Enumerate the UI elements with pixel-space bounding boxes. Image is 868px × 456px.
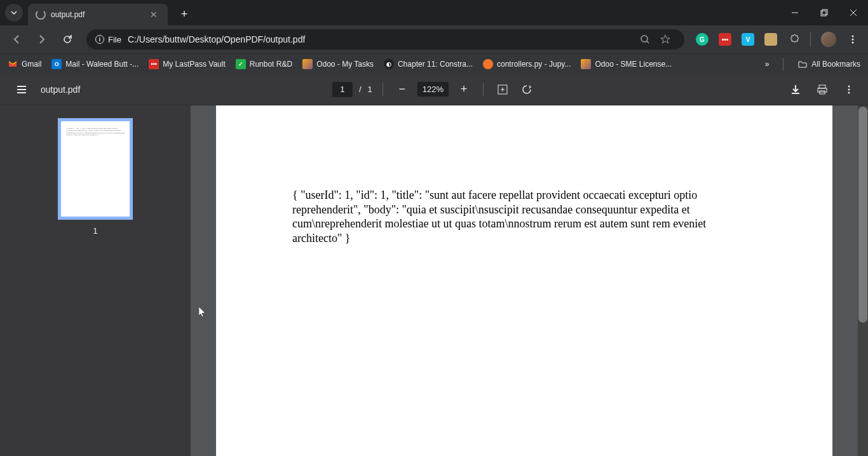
zoom-level[interactable]: 122% xyxy=(417,82,449,97)
svg-rect-0 xyxy=(821,11,826,16)
svg-point-4 xyxy=(852,39,854,41)
pdf-more-button[interactable] xyxy=(840,81,858,98)
bookmark-odoo-tasks[interactable]: Odoo - My Tasks xyxy=(302,59,374,69)
maximize-button[interactable] xyxy=(810,0,839,25)
tab-close-button[interactable]: ✕ xyxy=(147,10,160,20)
print-button[interactable] xyxy=(813,81,831,98)
svg-point-5 xyxy=(852,42,854,44)
pdf-page-text: { "userId": 1, "id": 1, "title": "sunt a… xyxy=(292,188,756,245)
print-icon xyxy=(817,84,828,95)
file-label: File xyxy=(108,35,121,44)
bookmarks-bar: Gmail O Mail - Waleed Butt -... ••• My L… xyxy=(0,53,868,74)
page-thumbnail[interactable]: { "userId": 1, "id": 1, "title": "sunt a… xyxy=(58,118,133,220)
runbot-icon: ✓ xyxy=(236,59,246,69)
bookmark-gmail[interactable]: Gmail xyxy=(8,59,41,69)
bookmark-label: Odoo - SME License... xyxy=(595,60,672,69)
extension-lastpass[interactable]: ••• xyxy=(716,30,734,48)
file-indicator: i File xyxy=(95,35,121,44)
svg-point-11 xyxy=(848,88,850,90)
separator xyxy=(783,58,783,70)
bookmark-odoo-sme[interactable]: Odoo - SME License... xyxy=(581,59,672,69)
page-total: 1 xyxy=(368,84,372,94)
folder-icon xyxy=(797,59,808,69)
lastpass-icon: ••• xyxy=(719,33,731,46)
arrow-left-icon xyxy=(11,34,22,45)
download-button[interactable] xyxy=(787,81,804,98)
bookmark-label: Gmail xyxy=(22,60,41,69)
close-icon xyxy=(850,9,857,17)
info-icon: i xyxy=(95,35,104,44)
overflow-label: » xyxy=(765,60,770,69)
reload-icon xyxy=(62,34,73,45)
pdf-filename: output.pdf xyxy=(41,84,80,95)
all-bookmarks-button[interactable]: All Bookmarks xyxy=(797,59,860,69)
svg-point-3 xyxy=(852,36,854,37)
pdf-toolbar: output.pdf / 1 − 122% + xyxy=(0,74,868,105)
download-icon xyxy=(790,84,801,95)
close-window-button[interactable] xyxy=(839,0,868,25)
svg-point-12 xyxy=(848,91,850,93)
back-button[interactable] xyxy=(5,28,28,51)
rotate-button[interactable] xyxy=(518,81,536,98)
thumbnail-preview-text: { "userId": 1, "id": 1, "title": "sunt a… xyxy=(66,128,125,136)
bookmark-runbot[interactable]: ✓ Runbot R&D xyxy=(236,59,292,69)
thumbnail-page-label: 1 xyxy=(93,226,97,236)
bookmark-lastpass[interactable]: ••• My LastPass Vault xyxy=(149,59,225,69)
tab-title: output.pdf xyxy=(51,10,147,19)
bookmark-star-button[interactable] xyxy=(655,34,675,45)
tab-search-button[interactable] xyxy=(5,4,23,22)
grammarly-icon: G xyxy=(696,33,709,46)
pdf-toolbar-center: / 1 − 122% + xyxy=(332,81,536,98)
extension-vimeo[interactable]: V xyxy=(739,30,757,48)
hamburger-icon xyxy=(15,83,28,96)
bookmark-label: controllers.py - Jupy... xyxy=(497,60,571,69)
extension-icon xyxy=(764,33,777,46)
doc-icon: ◐ xyxy=(384,59,394,69)
pdf-content-area: { "userId": 1, "id": 1, "title": "sunt a… xyxy=(0,105,868,456)
bookmark-chapter11[interactable]: ◐ Chapter 11: Constra... xyxy=(384,59,473,69)
odoo-icon xyxy=(302,59,313,69)
scrollbar-thumb[interactable] xyxy=(858,107,867,323)
new-tab-button[interactable]: + xyxy=(175,5,193,23)
chrome-menu-button[interactable] xyxy=(844,30,862,48)
extension-other[interactable] xyxy=(762,30,780,48)
kebab-icon xyxy=(844,84,854,95)
puzzle-icon xyxy=(788,34,799,45)
fit-page-button[interactable] xyxy=(494,81,512,98)
svg-rect-7 xyxy=(819,85,825,88)
chevron-down-icon xyxy=(10,9,18,17)
zoom-indicator-button[interactable] xyxy=(635,34,655,44)
separator xyxy=(483,83,484,96)
bookmark-label: Odoo - My Tasks xyxy=(316,60,374,69)
svg-rect-1 xyxy=(822,10,827,15)
extension-grammarly[interactable]: G xyxy=(693,30,711,48)
gmail-icon xyxy=(8,59,18,69)
zoom-out-button[interactable]: − xyxy=(393,81,411,98)
minimize-button[interactable] xyxy=(780,0,810,25)
bookmarks-overflow-button[interactable]: » xyxy=(765,60,770,69)
all-bookmarks-label: All Bookmarks xyxy=(811,60,860,69)
vimeo-icon: V xyxy=(742,33,754,46)
magnifier-icon xyxy=(640,34,650,44)
minimize-icon xyxy=(791,9,799,17)
address-bar[interactable]: i File C:/Users/buttw/Desktop/OpenPDF/ou… xyxy=(86,29,684,50)
url-text: C:/Users/buttw/Desktop/OpenPDF/output.pd… xyxy=(128,34,635,44)
vertical-scrollbar[interactable] xyxy=(858,105,868,456)
bookmark-outlook[interactable]: O Mail - Waleed Butt -... xyxy=(51,59,139,69)
browser-titlebar: output.pdf ✕ + xyxy=(0,0,868,25)
extensions-button[interactable] xyxy=(785,30,803,48)
rotate-icon xyxy=(521,84,532,95)
zoom-in-button[interactable]: + xyxy=(455,81,473,98)
pdf-sidebar-toggle-button[interactable] xyxy=(10,78,33,101)
bookmark-jupyter[interactable]: controllers.py - Jupy... xyxy=(483,59,571,69)
reload-button[interactable] xyxy=(56,28,79,51)
forward-button[interactable] xyxy=(31,28,53,51)
pdf-page-viewport[interactable]: { "userId": 1, "id": 1, "title": "sunt a… xyxy=(191,105,858,456)
pdf-toolbar-right xyxy=(787,81,858,98)
fit-icon xyxy=(497,84,508,95)
page-number-input[interactable] xyxy=(332,82,353,97)
pdf-page: { "userId": 1, "id": 1, "title": "sunt a… xyxy=(216,105,832,456)
browser-tab[interactable]: output.pdf ✕ xyxy=(28,4,168,25)
profile-avatar[interactable] xyxy=(821,32,836,47)
maximize-icon xyxy=(820,9,828,17)
